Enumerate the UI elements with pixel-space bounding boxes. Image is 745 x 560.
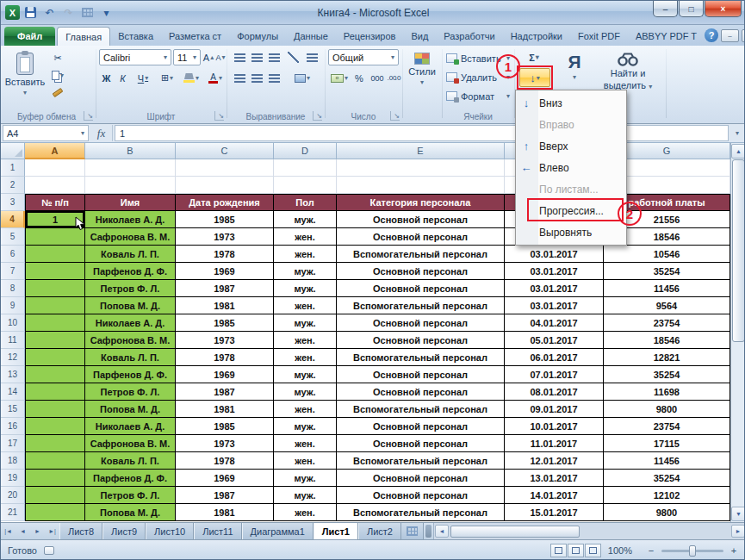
cell-B18[interactable]: Коваль Л. П.	[85, 452, 176, 470]
row-header-21[interactable]: 21	[1, 504, 25, 521]
cell-G14[interactable]: 11698	[604, 383, 730, 401]
cell-C8[interactable]: 1987	[176, 280, 274, 297]
cell-D11[interactable]: жен.	[274, 332, 337, 349]
cell-C4[interactable]: 1985	[176, 211, 274, 228]
cell-C3[interactable]: Дата рождения	[176, 194, 274, 211]
cell-E15[interactable]: Вспомогательный персонал	[337, 401, 505, 418]
menu-item-fill-right[interactable]: Вправо	[518, 114, 624, 135]
cell-B4[interactable]: Николаев А. Д.	[85, 211, 176, 228]
cell-D12[interactable]: жен.	[274, 349, 337, 366]
ribbon-tab-10[interactable]: ABBYY PDF T	[628, 27, 705, 46]
cell-A7[interactable]	[25, 263, 85, 280]
select-all-corner[interactable]	[1, 143, 25, 159]
cell-B11[interactable]: Сафронова В. М.	[85, 332, 176, 349]
cell-G13[interactable]: 35254	[604, 366, 730, 383]
underline-button[interactable]: Ч▾	[132, 70, 154, 86]
bold-button[interactable]: Ж	[99, 70, 114, 86]
row-header-3[interactable]: 3	[1, 194, 25, 211]
cell-F6[interactable]: 03.01.2017	[505, 246, 604, 263]
number-dialog-launcher[interactable]: ↘	[390, 111, 400, 121]
scroll-up-arrow[interactable]: ▲	[731, 144, 745, 159]
alignment-dialog-launcher[interactable]: ↘	[313, 111, 322, 121]
insert-function-button[interactable]: fx	[90, 125, 113, 141]
scroll-down-arrow[interactable]: ▼	[731, 507, 745, 521]
merge-center-button[interactable]: ▾	[285, 70, 320, 86]
expand-formula-bar-button[interactable]: ▾	[730, 125, 744, 141]
sheet-tab-1[interactable]: Лист9	[102, 523, 146, 539]
cell-C9[interactable]: 1981	[176, 297, 274, 314]
borders-button[interactable]: ⊞▾	[156, 70, 178, 86]
cell-B5[interactable]: Сафронова В. М.	[85, 228, 176, 246]
cell-A8[interactable]	[25, 280, 85, 297]
cell-E21[interactable]: Вспомогательный персонал	[337, 504, 505, 521]
cell-E13[interactable]: Основной персонал	[337, 366, 505, 383]
cell-E20[interactable]: Основной персонал	[337, 487, 505, 504]
cell-F20[interactable]: 14.01.2017	[505, 487, 604, 504]
cell-C14[interactable]: 1987	[176, 383, 274, 401]
row-header-7[interactable]: 7	[1, 263, 25, 280]
grow-font-button[interactable]: А▴	[202, 49, 214, 65]
cell-A20[interactable]	[25, 487, 85, 504]
cell-C19[interactable]: 1969	[176, 470, 274, 487]
cell-C7[interactable]: 1969	[176, 263, 274, 280]
align-middle-button[interactable]	[249, 49, 264, 65]
cell-E19[interactable]: Основной персонал	[337, 470, 505, 487]
cell-C12[interactable]: 1978	[176, 349, 274, 366]
cell-D21[interactable]: жен.	[274, 504, 337, 521]
insert-sheet-button[interactable]	[401, 523, 424, 539]
row-header-14[interactable]: 14	[1, 383, 25, 401]
cell-B2[interactable]	[85, 177, 176, 194]
workbook-minimize-button[interactable]: –	[721, 29, 739, 42]
column-header-D[interactable]: D	[274, 143, 337, 159]
cell-C11[interactable]: 1973	[176, 332, 274, 349]
cell-D3[interactable]: Пол	[274, 194, 337, 211]
cell-E5[interactable]: Основной персонал	[337, 228, 505, 246]
cell-B19[interactable]: Парфенов Д. Ф.	[85, 470, 176, 487]
horizontal-scrollbar[interactable]: ◄ ►	[433, 523, 745, 539]
cell-F13[interactable]: 07.01.2017	[505, 366, 604, 383]
row-header-12[interactable]: 12	[1, 349, 25, 366]
row-header-13[interactable]: 13	[1, 366, 25, 383]
cell-A19[interactable]	[25, 470, 85, 487]
ribbon-tab-8[interactable]: Надстройки	[503, 27, 570, 46]
ribbon-tab-6[interactable]: Вид	[403, 27, 436, 46]
column-header-A[interactable]: A	[25, 143, 85, 159]
cell-C18[interactable]: 1978	[176, 452, 274, 470]
cell-D13[interactable]: муж.	[274, 366, 337, 383]
cell-D4[interactable]: муж.	[274, 211, 337, 228]
cell-B9[interactable]: Попова М. Д.	[85, 297, 176, 314]
cell-D16[interactable]: муж.	[274, 418, 337, 435]
cell-A5[interactable]	[25, 228, 85, 246]
cell-A6[interactable]	[25, 246, 85, 263]
italic-button[interactable]: К	[115, 70, 130, 86]
previous-sheet-button[interactable]: ◄	[16, 523, 30, 539]
cell-G7[interactable]: 35254	[604, 263, 730, 280]
cell-E7[interactable]: Основной персонал	[337, 263, 505, 280]
number-format-select[interactable]: Общий▾	[328, 49, 399, 65]
cell-E1[interactable]	[337, 159, 505, 177]
cell-B8[interactable]: Петров Ф. Л.	[85, 280, 176, 297]
workbook-restore-button[interactable]: □	[742, 29, 745, 42]
cell-D5[interactable]: жен.	[274, 228, 337, 246]
cell-B10[interactable]: Николаев А. Д.	[85, 314, 176, 332]
cell-A2[interactable]	[25, 177, 85, 194]
vertical-scroll-thumb[interactable]	[732, 159, 745, 342]
file-tab[interactable]: Файл	[4, 27, 55, 46]
wrap-text-button[interactable]	[302, 49, 321, 65]
row-header-17[interactable]: 17	[1, 435, 25, 452]
cell-F15[interactable]: 09.01.2017	[505, 401, 604, 418]
cell-G15[interactable]: 9800	[604, 401, 730, 418]
cell-F17[interactable]: 11.01.2017	[505, 435, 604, 452]
cell-A17[interactable]	[25, 435, 85, 452]
quick-access-grid-button[interactable]	[79, 5, 96, 20]
row-header-11[interactable]: 11	[1, 332, 25, 349]
cell-C5[interactable]: 1973	[176, 228, 274, 246]
align-left-button[interactable]	[232, 70, 247, 86]
macro-record-icon[interactable]	[44, 546, 54, 555]
cell-G11[interactable]: 18546	[604, 332, 730, 349]
zoom-level[interactable]: 100%	[608, 545, 632, 556]
cell-F11[interactable]: 05.01.2017	[505, 332, 604, 349]
orientation-button[interactable]	[285, 49, 301, 65]
cell-E4[interactable]: Основной персонал	[337, 211, 505, 228]
paste-button[interactable]: Вставить ▾	[6, 48, 44, 107]
